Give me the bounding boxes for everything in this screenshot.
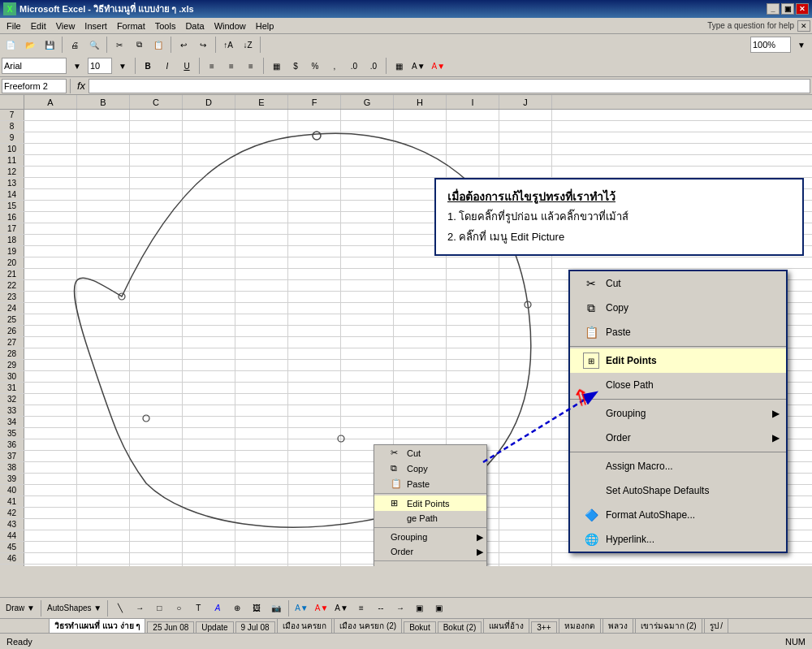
textbox-button[interactable]: T (189, 599, 207, 617)
cell[interactable] (499, 383, 552, 393)
border-button[interactable]: ▦ (390, 57, 408, 75)
cell[interactable] (341, 246, 394, 257)
diagram-button[interactable]: ⊕ (228, 599, 246, 617)
cell[interactable] (394, 326, 447, 336)
cell[interactable] (24, 223, 77, 234)
cell[interactable] (235, 223, 288, 234)
cm-large-order[interactable]: Order ▶ (570, 426, 786, 450)
dash-style-button[interactable]: -- (372, 599, 390, 617)
sheet-tab-9[interactable]: แผนที่อ้าง (483, 618, 529, 633)
cell[interactable] (77, 121, 130, 132)
cell[interactable] (130, 371, 183, 382)
arrow-button[interactable]: → (131, 599, 149, 617)
cell[interactable] (24, 417, 77, 427)
increase-decimal[interactable]: .0 (345, 57, 363, 75)
cell[interactable] (499, 508, 552, 518)
cell[interactable] (130, 189, 183, 200)
cell[interactable] (447, 167, 499, 177)
cell[interactable] (235, 394, 288, 405)
align-center-button[interactable]: ≡ (222, 57, 240, 75)
cell[interactable] (24, 383, 77, 393)
cell[interactable] (341, 394, 394, 405)
cell[interactable] (77, 144, 130, 154)
cm-small-paste[interactable]: 📋 Paste (374, 476, 486, 491)
cell[interactable] (130, 269, 183, 279)
cell[interactable] (235, 132, 288, 143)
col-header-a[interactable]: A (24, 95, 77, 109)
cell[interactable] (24, 121, 77, 132)
cell[interactable] (235, 246, 288, 257)
cell[interactable] (235, 292, 288, 302)
cell[interactable] (24, 496, 77, 507)
cell[interactable] (183, 474, 235, 484)
cell[interactable] (288, 110, 341, 120)
cell[interactable] (24, 462, 77, 473)
cell[interactable] (341, 292, 394, 302)
cell[interactable] (24, 439, 77, 450)
cell[interactable] (499, 519, 552, 530)
cell[interactable] (77, 496, 130, 507)
cell[interactable] (130, 474, 183, 484)
cell[interactable] (130, 121, 183, 132)
cm-large-edit-points[interactable]: ⊞ Edit Points (570, 348, 786, 373)
cell[interactable] (130, 201, 183, 211)
menu-help[interactable]: Help (251, 19, 279, 32)
cell[interactable] (394, 121, 447, 132)
save-button[interactable]: 💾 (41, 36, 58, 54)
percent-button[interactable]: % (306, 57, 324, 75)
cell[interactable] (77, 132, 130, 143)
preview-button[interactable]: 🔍 (85, 36, 103, 54)
cell[interactable] (235, 167, 288, 177)
cell[interactable] (499, 542, 552, 552)
cell[interactable] (288, 303, 341, 314)
cell[interactable] (130, 326, 183, 336)
cell[interactable] (235, 257, 288, 268)
cell[interactable] (130, 462, 183, 473)
cell[interactable] (499, 155, 552, 166)
cell[interactable] (341, 167, 394, 177)
cell[interactable] (77, 383, 130, 393)
cell[interactable] (499, 337, 552, 348)
font-color-draw-button[interactable]: A▼ (332, 599, 351, 617)
underline-button[interactable]: U (178, 57, 196, 75)
undo-button[interactable]: ↩ (175, 36, 192, 54)
name-box[interactable]: Freeform 2 (2, 79, 67, 93)
sheet-tab-8[interactable]: Bokut (2) (438, 621, 482, 633)
cm-large-set-defaults[interactable]: Set AutoShape Defaults (570, 478, 786, 503)
cell[interactable] (288, 292, 341, 302)
sheet-tab-13[interactable]: เขาร่มฉมาก (2) (635, 618, 702, 633)
cell[interactable] (235, 553, 288, 564)
draw-button[interactable]: Draw ▼ (3, 599, 37, 617)
font-color-button[interactable]: A▼ (430, 57, 448, 75)
cell[interactable] (341, 201, 394, 211)
cell[interactable] (24, 201, 77, 211)
cell[interactable] (77, 542, 130, 552)
cell[interactable] (499, 144, 552, 154)
cell[interactable] (24, 326, 77, 336)
cell[interactable] (183, 508, 235, 518)
cell[interactable] (235, 565, 288, 566)
shadow-style-button[interactable]: ▣ (411, 599, 429, 617)
cell[interactable] (183, 485, 235, 495)
cell[interactable] (130, 417, 183, 427)
col-header-b[interactable]: B (77, 95, 130, 109)
cell[interactable] (499, 530, 552, 541)
cell[interactable] (341, 110, 394, 120)
cell[interactable] (183, 462, 235, 473)
cell[interactable] (447, 132, 499, 143)
cell[interactable] (77, 212, 130, 223)
cell[interactable] (235, 428, 288, 439)
cell[interactable] (235, 474, 288, 484)
cell[interactable] (24, 132, 77, 143)
cell[interactable] (341, 303, 394, 314)
cell[interactable] (447, 348, 499, 359)
cell[interactable] (447, 326, 499, 336)
cell[interactable] (447, 417, 499, 427)
redo-button[interactable]: ↪ (194, 36, 212, 54)
cut-button[interactable]: ✂ (110, 36, 128, 54)
cell[interactable] (288, 348, 341, 359)
cell[interactable] (77, 348, 130, 359)
cell[interactable] (447, 337, 499, 348)
cell[interactable] (288, 212, 341, 223)
cell[interactable] (288, 360, 341, 370)
